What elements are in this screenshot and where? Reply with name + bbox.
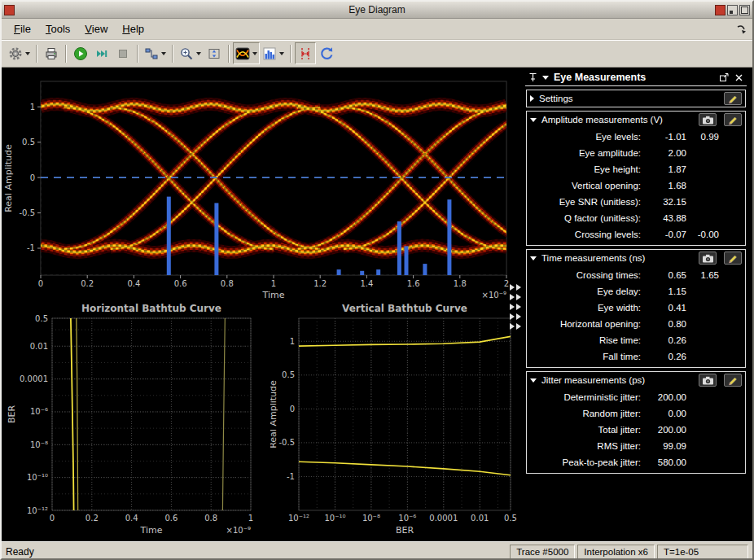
window-close-button[interactable]	[715, 5, 726, 15]
camera-icon	[702, 375, 714, 386]
measurement-value: 1.15	[649, 287, 686, 296]
undock-icon[interactable]	[719, 72, 730, 82]
toolbar-separator	[172, 45, 173, 63]
measurement-row: Random jitter:0.00	[527, 405, 745, 422]
vertical-bathtub-plot[interactable]: 10⁻¹²10⁻¹⁰10⁻⁸10⁻⁶0.00010.010.5-1-0.500.…	[270, 300, 527, 540]
panel-expand-arrows[interactable]	[510, 281, 521, 333]
eye-style-button[interactable]	[233, 42, 260, 64]
gear-icon	[8, 46, 23, 61]
close-icon[interactable]	[734, 73, 743, 82]
toolbar-separator	[65, 45, 67, 63]
measurement-label: RMS jitter:	[527, 441, 649, 451]
x-tick-label: 0.4	[127, 279, 140, 288]
pencil-icon	[727, 93, 739, 104]
eye-xlabel: Time	[262, 290, 285, 300]
eye-diagram-plot[interactable]: 00.20.40.60.811.21.41.61.82-1-0.500.51Ti…	[2, 68, 527, 317]
expand-arrow-icon	[516, 304, 521, 310]
stop-button[interactable]	[112, 42, 134, 64]
jitter-histogram-bar	[214, 203, 218, 275]
edit-settings-button[interactable]	[724, 92, 742, 105]
measurement-value: 1.87	[649, 164, 686, 174]
snapshot-button[interactable]	[699, 374, 717, 387]
y-tick-label: 10⁻¹²	[27, 506, 48, 515]
status-text: Ready	[6, 546, 507, 558]
histogram-icon	[262, 46, 277, 61]
plot-xlabel: Time	[140, 525, 163, 536]
horizontal-bathtub-plot[interactable]: 00.20.40.60.810.50.010.000110⁻⁶10⁻⁸10⁻¹⁰…	[2, 300, 270, 540]
expand-arrow-icon	[510, 284, 515, 291]
interpolation-cell: Interpolation x6	[577, 545, 655, 559]
eye-ylabel: Real Amplitude	[3, 144, 14, 212]
edit-section-button[interactable]	[724, 113, 742, 126]
signal-selector-icon	[144, 46, 159, 61]
measurement-value: 580.00	[649, 457, 686, 467]
y-tick-label: 0	[30, 173, 35, 182]
measurement-label: Random jitter:	[527, 409, 649, 418]
x-tick-label: 0.4	[125, 514, 138, 523]
measurement-row: Crossing levels:-0.07-0.00	[527, 226, 745, 243]
menu-file[interactable]: File	[7, 20, 38, 37]
x-tick-label: 0.8	[204, 514, 217, 523]
sim-time-cell: T=1e-05	[657, 545, 748, 559]
measurement-value-2: -0.00	[686, 230, 719, 239]
menu-tools[interactable]: Tools	[38, 20, 77, 37]
plot-title: Vertical Bathtub Curve	[342, 303, 467, 314]
expand-arrow-icon	[510, 313, 515, 320]
pencil-icon	[727, 114, 739, 125]
dropdown-arrow-icon	[161, 52, 166, 55]
jitter-histogram-bar	[360, 271, 364, 275]
window-minimize-button[interactable]	[727, 5, 738, 15]
section-header-time[interactable]: Time measurements (ns)	[527, 250, 745, 266]
settings-button[interactable]	[6, 42, 33, 64]
step-forward-button[interactable]	[91, 42, 112, 64]
zoom-button[interactable]	[177, 42, 204, 64]
snapshot-button[interactable]	[699, 252, 717, 265]
collapsed-arrow-icon	[530, 95, 534, 102]
menu-view[interactable]: View	[77, 20, 115, 37]
section-header-settings[interactable]: Settings	[527, 90, 745, 107]
run-button[interactable]	[70, 42, 91, 64]
measurement-value: 99.09	[649, 441, 686, 451]
menu-overflow-icon[interactable]	[736, 24, 747, 35]
section-header-amplitude[interactable]: Amplitude measurements (V)	[527, 112, 745, 128]
y-tick-label: 0.5	[22, 138, 35, 147]
panel-title: Eye Measurements	[554, 72, 646, 83]
edit-section-button[interactable]	[724, 374, 742, 387]
dropdown-arrow-icon	[196, 52, 201, 55]
measurement-value: 0.80	[649, 319, 686, 329]
print-button[interactable]	[41, 42, 62, 64]
expand-arrow-icon	[510, 294, 515, 300]
section-label: Time measurements (ns)	[541, 253, 645, 263]
section-label: Jitter measurements (ps)	[541, 375, 645, 385]
measurement-label: Eye height:	[527, 164, 649, 174]
measurement-row: Total jitter:200.00	[527, 422, 745, 438]
panel-collapse-icon[interactable]	[542, 76, 549, 80]
toolbar-separator	[36, 45, 37, 63]
edit-section-button[interactable]	[724, 252, 742, 265]
measurements-button[interactable]	[295, 42, 316, 64]
snapshot-button[interactable]	[699, 113, 717, 126]
window-maximize-button[interactable]	[739, 5, 750, 15]
measurement-row: Crossing times:0.651.65	[527, 267, 745, 283]
amplitude-rows: Eye levels:-1.010.99Eye amplitude:2.00Ey…	[527, 128, 745, 245]
measurement-label: Crossing levels:	[527, 230, 649, 239]
fit-to-view-button[interactable]	[204, 42, 225, 64]
histogram-button[interactable]	[260, 42, 287, 64]
titlebar[interactable]: Eye Diagram	[2, 2, 752, 19]
y-tick-label: 0.0001	[20, 374, 48, 383]
signal-selector-button[interactable]	[142, 42, 169, 64]
menu-help[interactable]: Help	[115, 20, 151, 37]
measurement-value: 32.15	[649, 197, 686, 207]
x-tick-label: 0	[38, 279, 43, 288]
measurement-label: Eye SNR (unitless):	[527, 197, 649, 207]
section-header-jitter[interactable]: Jitter measurements (ps)	[527, 372, 745, 388]
app-window: Eye Diagram File Tools View Help	[0, 0, 754, 560]
refresh-button[interactable]	[316, 42, 337, 64]
measurement-row: Eye levels:-1.010.99	[527, 129, 745, 145]
jitter-rows: Deterministic jitter:200.00Random jitter…	[527, 388, 745, 473]
x-tick-label: 1.4	[360, 279, 373, 288]
statusbar: Ready Trace #5000 Interpolation x6 T=1e-…	[2, 541, 752, 560]
measurement-label: Eye amplitude:	[527, 148, 649, 158]
pin-icon[interactable]	[528, 72, 537, 82]
toolbar-separator	[290, 45, 292, 63]
